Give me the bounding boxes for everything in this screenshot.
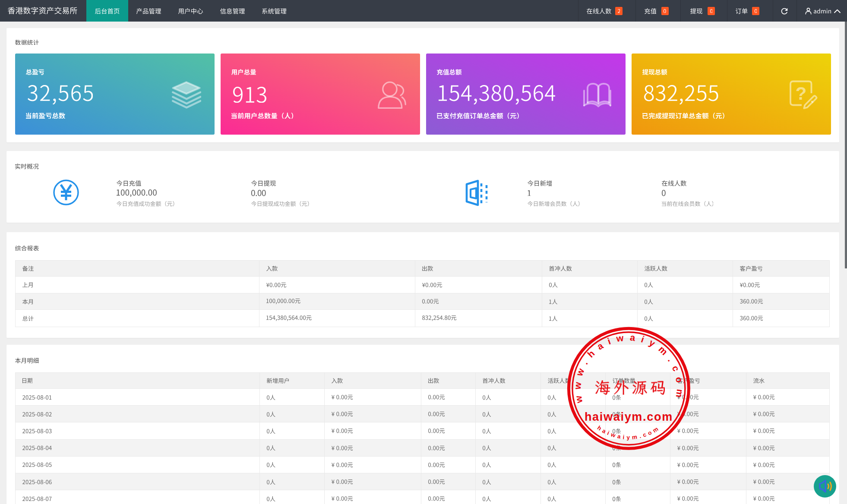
svg-text:haiwaiym.com: haiwaiym.com	[585, 410, 673, 423]
svg-text:?: ?	[796, 83, 807, 104]
svg-text:haiwaiym.com: haiwaiym.com	[596, 424, 661, 441]
